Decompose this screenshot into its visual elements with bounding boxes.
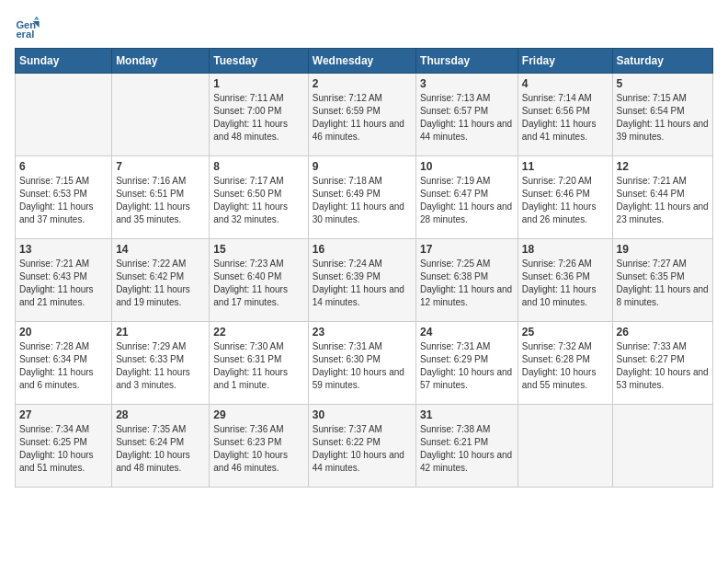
day-cell: 30Sunrise: 7:37 AMSunset: 6:22 PMDayligh… <box>308 405 415 488</box>
day-number: 11 <box>522 160 609 173</box>
week-row-1: 1Sunrise: 7:11 AMSunset: 7:00 PMDaylight… <box>16 74 713 156</box>
day-info: Sunrise: 7:29 AMSunset: 6:33 PMDaylight:… <box>116 340 205 392</box>
day-info: Sunrise: 7:28 AMSunset: 6:34 PMDaylight:… <box>19 340 108 392</box>
day-cell: 16Sunrise: 7:24 AMSunset: 6:39 PMDayligh… <box>308 239 415 322</box>
day-info: Sunrise: 7:38 AMSunset: 6:21 PMDaylight:… <box>420 423 514 475</box>
day-cell: 1Sunrise: 7:11 AMSunset: 7:00 PMDaylight… <box>210 74 308 156</box>
day-number: 6 <box>19 160 108 173</box>
day-cell: 17Sunrise: 7:25 AMSunset: 6:38 PMDayligh… <box>416 239 518 322</box>
day-info: Sunrise: 7:32 AMSunset: 6:28 PMDaylight:… <box>522 340 609 392</box>
header-cell-monday: Monday <box>112 49 210 74</box>
day-cell: 24Sunrise: 7:31 AMSunset: 6:29 PMDayligh… <box>416 322 518 405</box>
day-number: 30 <box>313 408 412 421</box>
calendar-body: 1Sunrise: 7:11 AMSunset: 7:00 PMDaylight… <box>16 74 713 488</box>
svg-text:eral: eral <box>16 29 34 40</box>
week-row-5: 27Sunrise: 7:34 AMSunset: 6:25 PMDayligh… <box>16 405 713 488</box>
day-info: Sunrise: 7:20 AMSunset: 6:46 PMDaylight:… <box>522 175 609 226</box>
day-number: 23 <box>313 326 412 339</box>
day-number: 26 <box>617 326 709 339</box>
day-number: 22 <box>213 326 303 339</box>
day-cell: 13Sunrise: 7:21 AMSunset: 6:43 PMDayligh… <box>16 239 112 322</box>
day-cell: 26Sunrise: 7:33 AMSunset: 6:27 PMDayligh… <box>612 322 712 405</box>
day-cell: 15Sunrise: 7:23 AMSunset: 6:40 PMDayligh… <box>210 239 308 322</box>
header-cell-tuesday: Tuesday <box>210 49 308 74</box>
day-info: Sunrise: 7:31 AMSunset: 6:29 PMDaylight:… <box>420 340 514 392</box>
day-cell: 4Sunrise: 7:14 AMSunset: 6:56 PMDaylight… <box>518 74 612 156</box>
day-cell: 29Sunrise: 7:36 AMSunset: 6:23 PMDayligh… <box>210 405 308 488</box>
day-cell: 20Sunrise: 7:28 AMSunset: 6:34 PMDayligh… <box>16 322 112 405</box>
day-cell: 2Sunrise: 7:12 AMSunset: 6:59 PMDaylight… <box>308 74 415 156</box>
day-info: Sunrise: 7:19 AMSunset: 6:47 PMDaylight:… <box>420 175 514 226</box>
day-number: 4 <box>522 77 609 90</box>
day-info: Sunrise: 7:36 AMSunset: 6:23 PMDaylight:… <box>213 423 303 475</box>
day-number: 9 <box>313 160 412 173</box>
day-number: 3 <box>420 77 514 90</box>
day-cell: 8Sunrise: 7:17 AMSunset: 6:50 PMDaylight… <box>210 156 308 239</box>
svg-marker-2 <box>34 16 40 19</box>
day-number: 24 <box>420 326 514 339</box>
day-info: Sunrise: 7:18 AMSunset: 6:49 PMDaylight:… <box>313 175 412 226</box>
day-info: Sunrise: 7:27 AMSunset: 6:35 PMDaylight:… <box>617 258 709 309</box>
day-number: 18 <box>522 243 609 256</box>
day-cell: 27Sunrise: 7:34 AMSunset: 6:25 PMDayligh… <box>16 405 112 488</box>
day-number: 7 <box>116 160 205 173</box>
day-number: 8 <box>213 160 303 173</box>
header-cell-saturday: Saturday <box>612 49 712 74</box>
day-info: Sunrise: 7:12 AMSunset: 6:59 PMDaylight:… <box>313 92 412 144</box>
day-number: 20 <box>19 326 108 339</box>
day-info: Sunrise: 7:11 AMSunset: 7:00 PMDaylight:… <box>213 92 303 144</box>
day-cell: 12Sunrise: 7:21 AMSunset: 6:44 PMDayligh… <box>612 156 712 239</box>
day-info: Sunrise: 7:22 AMSunset: 6:42 PMDaylight:… <box>116 258 205 309</box>
day-number: 21 <box>116 326 205 339</box>
day-cell: 19Sunrise: 7:27 AMSunset: 6:35 PMDayligh… <box>612 239 712 322</box>
day-info: Sunrise: 7:37 AMSunset: 6:22 PMDaylight:… <box>313 423 412 475</box>
day-cell: 31Sunrise: 7:38 AMSunset: 6:21 PMDayligh… <box>416 405 518 488</box>
day-info: Sunrise: 7:13 AMSunset: 6:57 PMDaylight:… <box>420 92 514 144</box>
calendar-table: SundayMondayTuesdayWednesdayThursdayFrid… <box>15 48 713 488</box>
week-row-4: 20Sunrise: 7:28 AMSunset: 6:34 PMDayligh… <box>16 322 713 405</box>
day-number: 31 <box>420 408 514 421</box>
day-number: 27 <box>19 408 108 421</box>
day-cell <box>16 74 112 156</box>
day-number: 16 <box>313 243 412 256</box>
day-info: Sunrise: 7:33 AMSunset: 6:27 PMDaylight:… <box>617 340 709 392</box>
day-info: Sunrise: 7:26 AMSunset: 6:36 PMDaylight:… <box>522 258 609 309</box>
day-number: 13 <box>19 243 108 256</box>
day-info: Sunrise: 7:23 AMSunset: 6:40 PMDaylight:… <box>213 258 303 309</box>
day-cell: 7Sunrise: 7:16 AMSunset: 6:51 PMDaylight… <box>112 156 210 239</box>
day-cell: 23Sunrise: 7:31 AMSunset: 6:30 PMDayligh… <box>308 322 415 405</box>
day-info: Sunrise: 7:35 AMSunset: 6:24 PMDaylight:… <box>116 423 205 475</box>
day-cell: 21Sunrise: 7:29 AMSunset: 6:33 PMDayligh… <box>112 322 210 405</box>
day-info: Sunrise: 7:15 AMSunset: 6:53 PMDaylight:… <box>19 175 108 226</box>
header-cell-thursday: Thursday <box>416 49 518 74</box>
day-number: 1 <box>213 77 303 90</box>
day-info: Sunrise: 7:24 AMSunset: 6:39 PMDaylight:… <box>313 258 412 309</box>
day-info: Sunrise: 7:25 AMSunset: 6:38 PMDaylight:… <box>420 258 514 309</box>
header-cell-wednesday: Wednesday <box>308 49 415 74</box>
day-number: 14 <box>116 243 205 256</box>
day-cell <box>612 405 712 488</box>
day-number: 10 <box>420 160 514 173</box>
day-cell: 10Sunrise: 7:19 AMSunset: 6:47 PMDayligh… <box>416 156 518 239</box>
day-cell: 3Sunrise: 7:13 AMSunset: 6:57 PMDaylight… <box>416 74 518 156</box>
day-info: Sunrise: 7:30 AMSunset: 6:31 PMDaylight:… <box>213 340 303 392</box>
day-info: Sunrise: 7:34 AMSunset: 6:25 PMDaylight:… <box>19 423 108 475</box>
day-info: Sunrise: 7:17 AMSunset: 6:50 PMDaylight:… <box>213 175 303 226</box>
day-cell: 5Sunrise: 7:15 AMSunset: 6:54 PMDaylight… <box>612 74 712 156</box>
day-number: 17 <box>420 243 514 256</box>
header-row: SundayMondayTuesdayWednesdayThursdayFrid… <box>16 49 713 74</box>
day-cell: 14Sunrise: 7:22 AMSunset: 6:42 PMDayligh… <box>112 239 210 322</box>
day-cell: 11Sunrise: 7:20 AMSunset: 6:46 PMDayligh… <box>518 156 612 239</box>
day-number: 29 <box>213 408 303 421</box>
day-cell: 18Sunrise: 7:26 AMSunset: 6:36 PMDayligh… <box>518 239 612 322</box>
day-info: Sunrise: 7:14 AMSunset: 6:56 PMDaylight:… <box>522 92 609 144</box>
day-cell: 22Sunrise: 7:30 AMSunset: 6:31 PMDayligh… <box>210 322 308 405</box>
day-number: 5 <box>617 77 709 90</box>
day-number: 28 <box>116 408 205 421</box>
day-cell: 6Sunrise: 7:15 AMSunset: 6:53 PMDaylight… <box>16 156 112 239</box>
day-info: Sunrise: 7:16 AMSunset: 6:51 PMDaylight:… <box>116 175 205 226</box>
week-row-2: 6Sunrise: 7:15 AMSunset: 6:53 PMDaylight… <box>16 156 713 239</box>
day-number: 25 <box>522 326 609 339</box>
day-info: Sunrise: 7:21 AMSunset: 6:44 PMDaylight:… <box>617 175 709 226</box>
day-cell: 9Sunrise: 7:18 AMSunset: 6:49 PMDaylight… <box>308 156 415 239</box>
